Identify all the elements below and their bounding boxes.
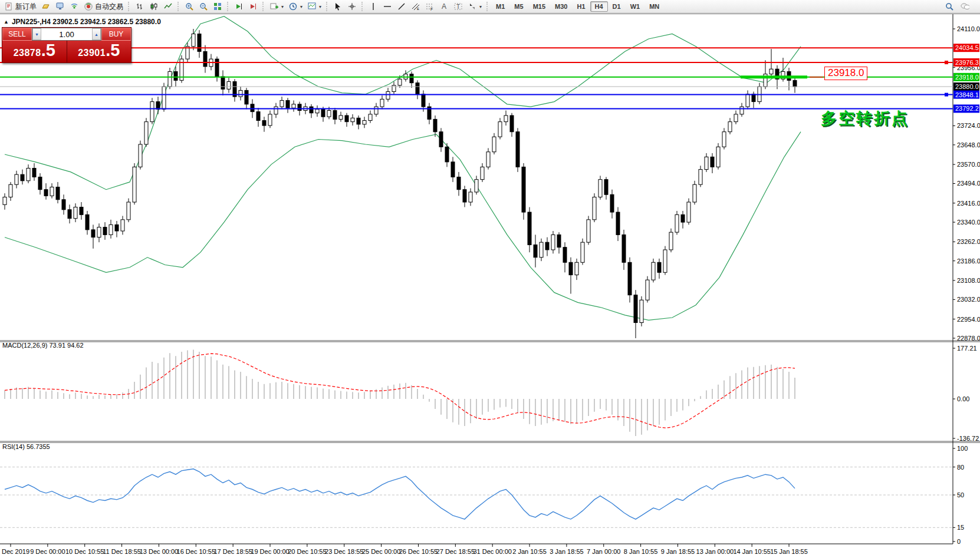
candlestick[interactable] (280, 100, 284, 107)
candlestick[interactable] (333, 110, 337, 119)
tab-timeframe-h4[interactable]: H4 (590, 1, 608, 12)
text-label-button[interactable]: T (451, 1, 465, 12)
candlestick[interactable] (457, 177, 461, 189)
autotrading-button[interactable]: 自动交易 (81, 1, 126, 12)
bar-chart-button[interactable] (133, 1, 147, 12)
candlestick[interactable] (469, 192, 472, 202)
candlestick[interactable] (522, 167, 525, 212)
candlestick[interactable] (734, 114, 738, 122)
candlestick[interactable] (752, 94, 755, 102)
chart-shift-button[interactable] (246, 1, 260, 12)
candlestick[interactable] (398, 79, 402, 85)
candlestick[interactable] (575, 262, 578, 275)
candlestick[interactable] (657, 262, 661, 272)
fibonacci-button[interactable]: F (423, 1, 437, 12)
candlestick[interactable] (85, 214, 89, 230)
price-callout-label[interactable]: 23918.0 (824, 67, 867, 80)
candlestick[interactable] (363, 121, 366, 124)
candlestick[interactable] (640, 300, 643, 322)
candlestick[interactable] (374, 107, 378, 114)
candlestick[interactable] (174, 71, 177, 80)
candlestick[interactable] (687, 202, 690, 222)
candlestick[interactable] (669, 232, 673, 250)
tab-timeframe-m30[interactable]: M30 (550, 1, 572, 12)
volume-value[interactable]: 1.00 (41, 28, 92, 40)
line-handle[interactable] (945, 61, 948, 64)
candlestick[interactable] (262, 121, 266, 126)
candlestick[interactable] (62, 200, 65, 210)
candlestick[interactable] (516, 132, 519, 167)
candlestick[interactable] (728, 122, 732, 132)
candlestick[interactable] (598, 180, 602, 197)
candlestick[interactable] (528, 212, 531, 245)
periods-button[interactable]: ▾ (286, 1, 305, 12)
candlestick[interactable] (793, 80, 797, 87)
candlestick[interactable] (463, 190, 466, 202)
candlestick[interactable] (604, 180, 608, 195)
candlestick[interactable] (109, 224, 113, 235)
candlestick[interactable] (121, 220, 124, 231)
sell-button[interactable]: SELL (2, 28, 32, 41)
candlestick[interactable] (675, 214, 679, 232)
candlestick[interactable] (705, 157, 708, 169)
candlestick[interactable] (646, 280, 649, 300)
candlestick[interactable] (321, 109, 325, 117)
candlestick[interactable] (540, 242, 543, 257)
auto-scroll-button[interactable] (232, 1, 246, 12)
candlestick[interactable] (50, 187, 54, 196)
horizontal-line-button[interactable] (380, 1, 394, 12)
tab-timeframe-d1[interactable]: D1 (608, 1, 626, 12)
candlestick[interactable] (711, 157, 714, 167)
candlestick[interactable] (203, 51, 207, 67)
candlestick[interactable] (563, 247, 567, 263)
tab-timeframe-w1[interactable]: W1 (626, 1, 645, 12)
candlestick[interactable] (115, 224, 119, 231)
candlestick[interactable] (103, 227, 107, 235)
candlestick[interactable] (504, 115, 508, 122)
candlestick[interactable] (162, 87, 166, 109)
candlestick[interactable] (422, 94, 425, 107)
candlestick[interactable] (351, 118, 354, 121)
vertical-line-button[interactable] (366, 1, 380, 12)
candlestick[interactable] (21, 174, 24, 181)
candlestick[interactable] (492, 137, 496, 152)
candlestick[interactable] (310, 107, 313, 113)
candlestick[interactable] (445, 147, 449, 162)
arrows-button[interactable]: ▾ (465, 1, 484, 12)
candlestick[interactable] (133, 167, 136, 202)
candlestick[interactable] (245, 90, 248, 104)
candlestick[interactable] (150, 102, 154, 122)
candlestick[interactable] (769, 69, 773, 74)
candlestick[interactable] (9, 184, 12, 197)
candlestick[interactable] (56, 187, 60, 199)
candlestick[interactable] (339, 115, 343, 119)
candlestick[interactable] (68, 210, 71, 219)
candlestick[interactable] (74, 207, 77, 219)
search-icon[interactable] (945, 2, 954, 11)
chart-canvas[interactable]: 24110.023956.023724.023648.023570.023494… (0, 0, 980, 558)
tab-timeframe-m1[interactable]: M1 (491, 1, 509, 12)
profile-button[interactable] (53, 1, 67, 12)
volume-down-button[interactable]: ▼ (32, 28, 41, 40)
candlestick[interactable] (410, 74, 413, 83)
candlestick[interactable] (581, 242, 584, 262)
candlestick[interactable] (681, 214, 685, 222)
line-chart-button[interactable] (161, 1, 175, 12)
volume-up-button[interactable]: ▲ (92, 28, 101, 40)
candlestick[interactable] (127, 202, 130, 220)
candlestick[interactable] (610, 194, 614, 212)
candlestick[interactable] (144, 122, 148, 144)
indicators-button[interactable]: ▾ (267, 1, 286, 12)
text-button[interactable]: A (437, 1, 451, 12)
candlestick[interactable] (746, 94, 749, 107)
candlestick[interactable] (292, 104, 295, 108)
candlestick[interactable] (652, 262, 655, 280)
candlestick[interactable] (357, 118, 360, 124)
candlestick[interactable] (215, 59, 219, 77)
tab-timeframe-m15[interactable]: M15 (528, 1, 550, 12)
candlestick[interactable] (315, 109, 319, 113)
candlestick[interactable] (486, 152, 490, 167)
candlestick[interactable] (97, 227, 101, 237)
candlestick[interactable] (139, 144, 142, 167)
zoom-out-button[interactable] (196, 1, 211, 12)
